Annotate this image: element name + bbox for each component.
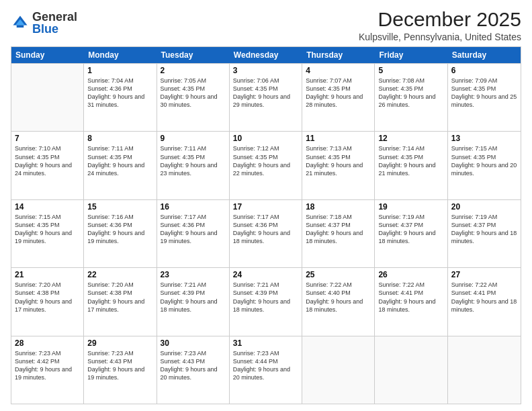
cell-info: Sunrise: 7:21 AM Sunset: 4:39 PM Dayligh…: [233, 281, 298, 314]
logo: General Blue: [11, 11, 77, 35]
cell-date: 23: [161, 270, 226, 279]
calendar-body: 1Sunrise: 7:04 AM Sunset: 4:36 PM Daylig…: [11, 63, 521, 404]
day-header-tuesday: Tuesday: [157, 47, 230, 63]
calendar-cell: 10Sunrise: 7:12 AM Sunset: 4:35 PM Dayli…: [230, 132, 302, 199]
calendar-cell: 7Sunrise: 7:10 AM Sunset: 4:35 PM Daylig…: [11, 132, 84, 199]
cell-date: 20: [451, 202, 517, 212]
calendar-cell: 14Sunrise: 7:15 AM Sunset: 4:35 PM Dayli…: [11, 200, 84, 267]
calendar: SundayMondayTuesdayWednesdayThursdayFrid…: [11, 46, 521, 404]
cell-info: Sunrise: 7:23 AM Sunset: 4:42 PM Dayligh…: [15, 349, 80, 382]
cell-date: 9: [161, 134, 226, 143]
calendar-cell: 23Sunrise: 7:21 AM Sunset: 4:39 PM Dayli…: [157, 268, 230, 335]
cell-date: 14: [15, 202, 80, 212]
cell-date: 21: [15, 270, 80, 279]
cell-date: 11: [306, 134, 371, 143]
cell-date: 24: [233, 270, 298, 279]
calendar-cell: 22Sunrise: 7:20 AM Sunset: 4:38 PM Dayli…: [84, 268, 157, 335]
calendar-week-0: 1Sunrise: 7:04 AM Sunset: 4:36 PM Daylig…: [11, 63, 521, 131]
cell-date: 30: [161, 338, 226, 348]
cell-date: 17: [233, 202, 298, 212]
cell-info: Sunrise: 7:23 AM Sunset: 4:43 PM Dayligh…: [161, 349, 226, 382]
calendar-cell: [448, 336, 521, 404]
cell-info: Sunrise: 7:11 AM Sunset: 4:35 PM Dayligh…: [87, 144, 152, 177]
day-header-thursday: Thursday: [302, 47, 375, 63]
calendar-cell: 20Sunrise: 7:19 AM Sunset: 4:37 PM Dayli…: [448, 200, 521, 267]
subtitle: Kulpsville, Pennsylvania, United States: [359, 32, 521, 42]
cell-date: 19: [378, 202, 443, 212]
cell-info: Sunrise: 7:11 AM Sunset: 4:35 PM Dayligh…: [161, 144, 226, 177]
calendar-week-3: 21Sunrise: 7:20 AM Sunset: 4:38 PM Dayli…: [11, 267, 521, 335]
cell-date: 8: [87, 134, 152, 143]
cell-info: Sunrise: 7:15 AM Sunset: 4:35 PM Dayligh…: [15, 213, 80, 246]
calendar-cell: 15Sunrise: 7:16 AM Sunset: 4:36 PM Dayli…: [84, 200, 157, 267]
calendar-cell: 5Sunrise: 7:08 AM Sunset: 4:35 PM Daylig…: [375, 64, 447, 131]
day-header-sunday: Sunday: [11, 47, 84, 63]
main-title: December 2025: [359, 8, 521, 30]
calendar-cell: 8Sunrise: 7:11 AM Sunset: 4:35 PM Daylig…: [84, 132, 157, 199]
cell-info: Sunrise: 7:17 AM Sunset: 4:36 PM Dayligh…: [233, 213, 298, 246]
cell-date: 5: [378, 66, 443, 75]
calendar-week-2: 14Sunrise: 7:15 AM Sunset: 4:35 PM Dayli…: [11, 199, 521, 267]
title-block: December 2025 Kulpsville, Pennsylvania, …: [359, 8, 521, 42]
cell-date: 13: [451, 134, 517, 143]
day-header-saturday: Saturday: [448, 47, 521, 63]
calendar-header: SundayMondayTuesdayWednesdayThursdayFrid…: [11, 47, 521, 63]
cell-info: Sunrise: 7:21 AM Sunset: 4:39 PM Dayligh…: [161, 281, 226, 314]
cell-info: Sunrise: 7:05 AM Sunset: 4:35 PM Dayligh…: [161, 77, 226, 109]
cell-date: 4: [306, 66, 371, 75]
cell-date: 12: [378, 134, 443, 143]
calendar-cell: 26Sunrise: 7:22 AM Sunset: 4:41 PM Dayli…: [375, 268, 447, 335]
cell-info: Sunrise: 7:19 AM Sunset: 4:37 PM Dayligh…: [378, 213, 443, 246]
calendar-week-4: 28Sunrise: 7:23 AM Sunset: 4:42 PM Dayli…: [11, 336, 521, 404]
calendar-cell: 12Sunrise: 7:14 AM Sunset: 4:35 PM Dayli…: [375, 132, 447, 199]
calendar-cell: [302, 336, 375, 404]
cell-date: 1: [87, 66, 152, 75]
calendar-cell: 29Sunrise: 7:23 AM Sunset: 4:43 PM Dayli…: [84, 336, 157, 404]
cell-date: 2: [161, 66, 226, 75]
calendar-cell: 16Sunrise: 7:17 AM Sunset: 4:36 PM Dayli…: [157, 200, 230, 267]
header: General Blue December 2025 Kulpsville, P…: [11, 8, 521, 42]
cell-date: 3: [233, 66, 298, 75]
cell-date: 27: [451, 270, 517, 279]
cell-info: Sunrise: 7:20 AM Sunset: 4:38 PM Dayligh…: [15, 281, 80, 314]
cell-date: 15: [87, 202, 152, 212]
cell-info: Sunrise: 7:04 AM Sunset: 4:36 PM Dayligh…: [87, 77, 152, 109]
cell-info: Sunrise: 7:22 AM Sunset: 4:41 PM Dayligh…: [378, 281, 443, 314]
calendar-cell: 25Sunrise: 7:22 AM Sunset: 4:40 PM Dayli…: [302, 268, 375, 335]
day-header-friday: Friday: [375, 47, 447, 63]
cell-date: 7: [15, 134, 80, 143]
calendar-cell: 6Sunrise: 7:09 AM Sunset: 4:35 PM Daylig…: [448, 64, 521, 131]
calendar-cell: 2Sunrise: 7:05 AM Sunset: 4:35 PM Daylig…: [157, 64, 230, 131]
calendar-cell: 31Sunrise: 7:23 AM Sunset: 4:44 PM Dayli…: [230, 336, 302, 404]
calendar-week-1: 7Sunrise: 7:10 AM Sunset: 4:35 PM Daylig…: [11, 131, 521, 199]
cell-info: Sunrise: 7:20 AM Sunset: 4:38 PM Dayligh…: [87, 281, 152, 314]
calendar-cell: 4Sunrise: 7:07 AM Sunset: 4:35 PM Daylig…: [302, 64, 375, 131]
calendar-cell: 18Sunrise: 7:18 AM Sunset: 4:37 PM Dayli…: [302, 200, 375, 267]
page: General Blue December 2025 Kulpsville, P…: [0, 0, 532, 411]
calendar-cell: 30Sunrise: 7:23 AM Sunset: 4:43 PM Dayli…: [157, 336, 230, 404]
day-header-monday: Monday: [84, 47, 157, 63]
cell-info: Sunrise: 7:16 AM Sunset: 4:36 PM Dayligh…: [87, 213, 152, 246]
calendar-cell: 27Sunrise: 7:22 AM Sunset: 4:41 PM Dayli…: [448, 268, 521, 335]
cell-info: Sunrise: 7:23 AM Sunset: 4:44 PM Dayligh…: [233, 349, 298, 382]
calendar-cell: 17Sunrise: 7:17 AM Sunset: 4:36 PM Dayli…: [230, 200, 302, 267]
cell-info: Sunrise: 7:22 AM Sunset: 4:40 PM Dayligh…: [306, 281, 371, 314]
logo-blue: Blue: [32, 22, 58, 36]
cell-date: 6: [451, 66, 517, 75]
cell-date: 10: [233, 134, 298, 143]
cell-info: Sunrise: 7:17 AM Sunset: 4:36 PM Dayligh…: [161, 213, 226, 246]
cell-info: Sunrise: 7:23 AM Sunset: 4:43 PM Dayligh…: [87, 349, 152, 382]
logo-icon: [11, 13, 30, 32]
calendar-cell: 13Sunrise: 7:15 AM Sunset: 4:35 PM Dayli…: [448, 132, 521, 199]
day-header-wednesday: Wednesday: [230, 47, 302, 63]
calendar-cell: 21Sunrise: 7:20 AM Sunset: 4:38 PM Dayli…: [11, 268, 84, 335]
svg-rect-2: [17, 26, 24, 28]
cell-info: Sunrise: 7:06 AM Sunset: 4:35 PM Dayligh…: [233, 77, 298, 109]
cell-date: 25: [306, 270, 371, 279]
cell-info: Sunrise: 7:12 AM Sunset: 4:35 PM Dayligh…: [233, 144, 298, 177]
calendar-cell: 28Sunrise: 7:23 AM Sunset: 4:42 PM Dayli…: [11, 336, 84, 404]
cell-info: Sunrise: 7:10 AM Sunset: 4:35 PM Dayligh…: [15, 144, 80, 177]
cell-date: 29: [87, 338, 152, 348]
logo-general: General: [32, 10, 77, 24]
cell-info: Sunrise: 7:14 AM Sunset: 4:35 PM Dayligh…: [378, 144, 443, 177]
